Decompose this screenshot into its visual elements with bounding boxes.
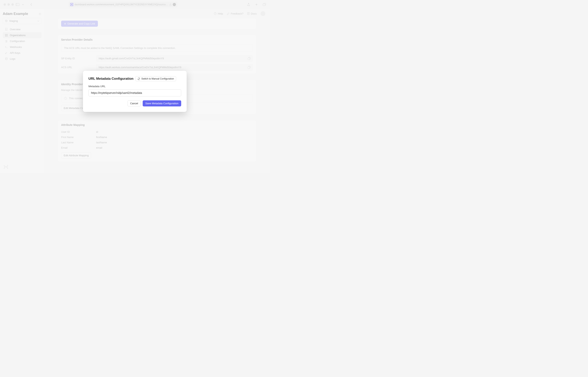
save-metadata-button[interactable]: Save Metadata Configuration <box>143 100 181 106</box>
cancel-button[interactable]: Cancel <box>128 100 141 106</box>
url-metadata-modal: URL Metadata Configuration Switch to Man… <box>83 71 187 112</box>
modal-title: URL Metadata Configuration <box>88 77 134 81</box>
modal-overlay[interactable]: URL Metadata Configuration Switch to Man… <box>0 0 270 173</box>
metadata-url-label: Metadata URL <box>88 85 181 88</box>
metadata-url-input[interactable] <box>88 89 181 96</box>
switch-manual-button[interactable]: Switch to Manual Configuration <box>135 76 176 81</box>
refresh-icon <box>137 78 140 80</box>
